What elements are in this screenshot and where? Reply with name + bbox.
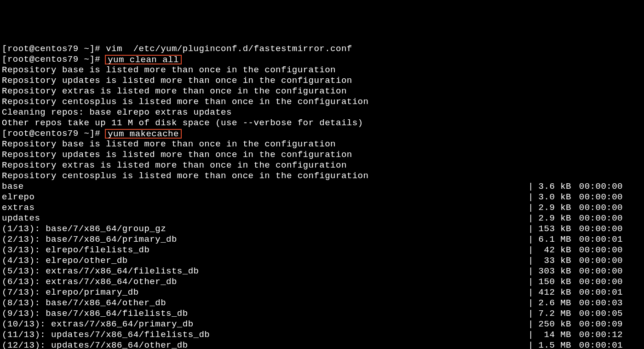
download-row: (1/13): base/7/x86_64/group_gz|153 kB00:… (2, 224, 623, 234)
download-name: (1/13): base/7/x86_64/group_gz (2, 224, 526, 234)
download-size: 3.0 kB (535, 192, 573, 203)
download-time: 00:00:01 (573, 287, 623, 298)
download-stats: |2.9 kB00:00:00 (526, 203, 623, 213)
output-line: Repository updates is listed more than o… (2, 76, 642, 86)
download-stats: |3.0 kB00:00:00 (526, 192, 623, 203)
separator-bar: | (526, 245, 535, 256)
download-stats: |42 kB00:00:00 (526, 245, 623, 256)
download-stats: |2.6 MB00:00:03 (526, 298, 623, 308)
separator-bar: | (526, 266, 535, 277)
download-time: 00:00:12 (573, 330, 623, 340)
shell-prompt: [root@centos79 ~]# (2, 44, 106, 54)
download-time: 00:00:00 (573, 203, 623, 213)
output-line: Other repos take up 11 M of disk space (… (2, 118, 642, 128)
download-time: 00:00:01 (573, 340, 623, 349)
download-row: (2/13): base/7/x86_64/primary_db|6.1 MB0… (2, 234, 623, 245)
output-line: Repository updates is listed more than o… (2, 150, 642, 160)
separator-bar: | (526, 340, 535, 349)
shell-prompt: [root@centos79 ~]# (2, 54, 106, 65)
output-line: Repository base is listed more than once… (2, 65, 642, 76)
download-size: 6.1 MB (535, 234, 573, 245)
download-stats: |1.5 MB00:00:01 (526, 340, 623, 349)
download-stats: |250 kB00:00:09 (526, 319, 623, 330)
download-stats: |2.9 kB00:00:00 (526, 213, 623, 224)
download-row: (6/13): extras/7/x86_64/other_db|150 kB0… (2, 277, 623, 287)
output-line: Repository extras is listed more than on… (2, 160, 642, 171)
download-row: (8/13): base/7/x86_64/other_db|2.6 MB00:… (2, 298, 623, 308)
download-size: 2.6 MB (535, 298, 573, 308)
download-stats: |14 MB00:00:12 (526, 330, 623, 340)
download-name: (3/13): elrepo/filelists_db (2, 245, 526, 256)
cmd-yum-clean-line: [root@centos79 ~]# yum clean all (2, 54, 642, 65)
output-line: Repository extras is listed more than on… (2, 86, 642, 97)
separator-bar: | (526, 298, 535, 308)
download-name: (7/13): elrepo/primary_db (2, 287, 526, 298)
separator-bar: | (526, 181, 535, 192)
download-time: 00:00:09 (573, 319, 623, 330)
download-row: (3/13): elrepo/filelists_db|42 kB00:00:0… (2, 245, 623, 256)
download-time: 00:00:00 (573, 181, 623, 192)
download-size: 2.9 kB (535, 203, 573, 213)
download-row: updates|2.9 kB00:00:00 (2, 213, 623, 224)
download-name: base (2, 181, 526, 192)
download-name: (10/13): extras/7/x86_64/primary_db (2, 319, 526, 330)
download-name: elrepo (2, 192, 526, 203)
download-name: (11/13): updates/7/x86_64/filelists_db (2, 330, 526, 340)
separator-bar: | (526, 224, 535, 234)
download-name: (8/13): base/7/x86_64/other_db (2, 298, 526, 308)
download-name: (2/13): base/7/x86_64/primary_db (2, 234, 526, 245)
download-time: 00:00:01 (573, 234, 623, 245)
download-size: 1.5 MB (535, 340, 573, 349)
download-size: 14 MB (535, 330, 573, 340)
download-name: (9/13): base/7/x86_64/filelists_db (2, 308, 526, 319)
download-row: (9/13): base/7/x86_64/filelists_db|7.2 M… (2, 308, 623, 319)
highlighted-command: yum makecache (105, 129, 182, 139)
separator-bar: | (526, 319, 535, 330)
download-size: 3.6 kB (535, 181, 573, 192)
download-time: 00:00:00 (573, 245, 623, 256)
download-name: (6/13): extras/7/x86_64/other_db (2, 277, 526, 287)
download-row: extras|2.9 kB00:00:00 (2, 203, 623, 213)
separator-bar: | (526, 256, 535, 266)
output-line: Repository base is listed more than once… (2, 139, 642, 150)
download-row: (7/13): elrepo/primary_db|412 kB00:00:01 (2, 287, 623, 298)
separator-bar: | (526, 330, 535, 340)
shell-command: vim /etc/yum/pluginconf.d/fastestmirror.… (106, 44, 352, 54)
download-time: 00:00:00 (573, 224, 623, 234)
highlighted-command: yum clean all (105, 55, 182, 64)
separator-bar: | (526, 308, 535, 319)
download-stats: |303 kB00:00:00 (526, 266, 623, 277)
download-time: 00:00:03 (573, 298, 623, 308)
download-row: (4/13): elrepo/other_db|33 kB00:00:00 (2, 256, 623, 266)
separator-bar: | (526, 277, 535, 287)
download-time: 00:00:00 (573, 213, 623, 224)
download-size: 250 kB (535, 319, 573, 330)
download-name: extras (2, 203, 526, 213)
download-size: 150 kB (535, 277, 573, 287)
download-row: (10/13): extras/7/x86_64/primary_db|250 … (2, 319, 623, 330)
download-size: 303 kB (535, 266, 573, 277)
download-stats: |6.1 MB00:00:01 (526, 234, 623, 245)
separator-bar: | (526, 192, 535, 203)
download-name: (4/13): elrepo/other_db (2, 256, 526, 266)
separator-bar: | (526, 287, 535, 298)
terminal[interactable]: [root@centos79 ~]# vim /etc/yum/pluginco… (2, 44, 642, 349)
download-row: (12/13): updates/7/x86_64/other_db|1.5 M… (2, 340, 623, 349)
download-time: 00:00:00 (573, 256, 623, 266)
output-line: Cleaning repos: base elrepo extras updat… (2, 107, 642, 118)
download-time: 00:00:05 (573, 308, 623, 319)
download-size: 33 kB (535, 256, 573, 266)
download-time: 00:00:00 (573, 192, 623, 203)
download-name: (5/13): extras/7/x86_64/filelists_db (2, 266, 526, 277)
download-size: 42 kB (535, 245, 573, 256)
separator-bar: | (526, 234, 535, 245)
download-row: elrepo|3.0 kB00:00:00 (2, 192, 623, 203)
output-line: Repository centosplus is listed more tha… (2, 171, 642, 181)
download-size: 412 kB (535, 287, 573, 298)
download-stats: |7.2 MB00:00:05 (526, 308, 623, 319)
download-stats: |412 kB00:00:01 (526, 287, 623, 298)
download-stats: |3.6 kB00:00:00 (526, 181, 623, 192)
cmd-yum-makecache-line: [root@centos79 ~]# yum makecache (2, 128, 642, 139)
shell-prompt: [root@centos79 ~]# (2, 128, 106, 139)
separator-bar: | (526, 203, 535, 213)
